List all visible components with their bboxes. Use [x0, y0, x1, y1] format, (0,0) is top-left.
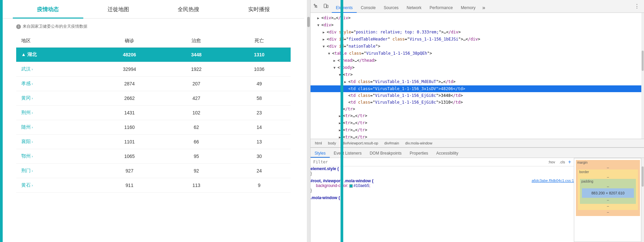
- styles-scrollbar[interactable]: [641, 158, 644, 242]
- confirmed-cell: 2874: [94, 77, 165, 91]
- table-row[interactable]: 孝感 ›287420749: [16, 77, 291, 91]
- table-row[interactable]: 荆门 ›9279224: [16, 164, 291, 178]
- dom-line[interactable]: <td class="VirusTable_1-1-156_3x1sDV">48…: [311, 85, 641, 92]
- devtools-menu-button[interactable]: ⋮: [632, 3, 642, 9]
- styles-tabs: Styles Event Listeners DOM Breakpoints P…: [311, 148, 644, 158]
- confirmed-cell: 48206: [94, 48, 165, 62]
- styles-tab-accessibility[interactable]: Accessibility: [432, 149, 462, 158]
- region-cell[interactable]: 黄冈 ›: [16, 91, 94, 106]
- dom-line[interactable]: <td class="VirusTable_1-1-156_MdE8uT">…<…: [311, 78, 641, 85]
- css-selector: element.style {: [311, 166, 574, 171]
- dom-line[interactable]: <thead>…</thead>: [311, 57, 641, 64]
- css-selector: .mola-window { </span></div><div class="…: [311, 195, 574, 200]
- dom-line[interactable]: </tr>: [311, 106, 641, 112]
- dom-line[interactable]: <tr>…</tr>: [311, 112, 641, 119]
- dom-scrollbar-thumb[interactable]: [642, 51, 644, 71]
- dom-line[interactable]: <div style="position: relative; top: 0.3…: [311, 29, 641, 36]
- breadcrumb-item[interactable]: body: [326, 140, 338, 146]
- add-style-button[interactable]: +: [568, 159, 571, 165]
- table-row[interactable]: ▲ 湖北4820634481310: [16, 48, 291, 62]
- region-cell[interactable]: 黄石 ›: [16, 178, 94, 193]
- breadcrumb-item[interactable]: div#main: [383, 140, 401, 146]
- device-icon[interactable]: [322, 2, 330, 10]
- dom-line[interactable]: <tr>…</tr>: [311, 134, 641, 139]
- cured-cell: 1922: [165, 62, 228, 77]
- table-row[interactable]: 武汉 ›3299419221036: [16, 62, 291, 77]
- padding-top: –: [607, 184, 609, 188]
- table-row[interactable]: 荆州 ›143110223: [16, 106, 291, 120]
- tab-sources[interactable]: Sources: [380, 3, 403, 13]
- cls-button[interactable]: .cls: [558, 159, 566, 165]
- dom-line[interactable]: <td class="VirusTable_1-1-156_EjGi8c">13…: [311, 99, 641, 106]
- table-row[interactable]: 襄阳 ›11016613: [16, 135, 291, 149]
- more-tabs-button[interactable]: »: [479, 3, 488, 13]
- region-cell[interactable]: ▲ 湖北: [16, 48, 94, 62]
- dom-section: <div>…</div><div><div style="position: r…: [311, 13, 644, 139]
- dom-line[interactable]: <tr>…</tr>: [311, 127, 641, 134]
- breadcrumb-item[interactable]: html: [313, 140, 324, 146]
- dom-line[interactable]: <td class="VirusTable_1-1-156_EjGi8c">34…: [311, 92, 641, 99]
- dom-line[interactable]: <div>…</div>: [311, 15, 641, 22]
- region-cell[interactable]: 孝感 ›: [16, 77, 94, 91]
- dead-cell: 13: [228, 135, 291, 149]
- dom-line[interactable]: <div>: [311, 22, 641, 29]
- filter-input[interactable]: [313, 160, 545, 164]
- styles-scrollbar-thumb[interactable]: [642, 166, 644, 187]
- padding-box: padding – 883.200 × 8207.610 –: [580, 179, 636, 204]
- inspect-icon[interactable]: [312, 2, 320, 10]
- region-cell[interactable]: 随州 ›: [16, 120, 94, 135]
- padding-label: padding: [581, 180, 593, 183]
- region-cell[interactable]: 荆州 ›: [16, 106, 94, 120]
- confirmed-cell: 911: [94, 178, 165, 193]
- border-label: border: [579, 170, 589, 174]
- cured-cell: 62: [165, 120, 228, 135]
- dom-line[interactable]: <div id="fixedTableHeader" class="Virus_…: [311, 36, 641, 43]
- dom-line[interactable]: <tbody>: [311, 64, 641, 71]
- region-cell[interactable]: 鄂州 ›: [16, 149, 94, 164]
- css-source[interactable]: a6dc3abe.f9db04c1.css:1: [532, 179, 574, 183]
- hov-button[interactable]: :hov: [547, 159, 556, 165]
- styles-tab-styles[interactable]: Styles: [311, 149, 330, 158]
- dead-cell: 30: [228, 149, 291, 164]
- dom-line[interactable]: <table class="VirusTable_1-1-156_38pQEh"…: [311, 50, 641, 57]
- nav-item-epidemics[interactable]: 疫情动态: [13, 0, 83, 19]
- scrollbar-thumb[interactable]: [307, 17, 310, 27]
- nav-item-search[interactable]: 全民热搜: [153, 0, 224, 19]
- styles-tab-dom-breakpoints[interactable]: DOM Breakpoints: [365, 149, 406, 158]
- cured-cell: 3448: [165, 48, 228, 62]
- page-scrollbar[interactable]: [307, 0, 310, 242]
- dom-line[interactable]: <tr>…</tr>: [311, 119, 641, 127]
- dom-scrollbar[interactable]: [641, 13, 644, 139]
- dead-cell: 24: [228, 164, 291, 178]
- dom-line[interactable]: <div id="nationTable">: [311, 43, 641, 50]
- breadcrumb-item[interactable]: div.mola-window: [404, 140, 434, 146]
- nav-item-broadcast[interactable]: 实时播报: [224, 0, 294, 19]
- region-cell[interactable]: 荆门 ›: [16, 164, 94, 178]
- tab-memory[interactable]: Memory: [457, 3, 479, 13]
- breadcrumb-item[interactable]: div#viewport.result-op: [341, 140, 380, 146]
- svg-rect-1: [327, 5, 328, 8]
- styles-tab-properties[interactable]: Properties: [406, 149, 432, 158]
- dom-tree[interactable]: <div>…</div><div><div style="position: r…: [311, 13, 641, 139]
- confirmed-cell: 1065: [94, 149, 165, 164]
- bottom-section: Styles Event Listeners DOM Breakpoints P…: [311, 147, 644, 242]
- dead-cell: 49: [228, 77, 291, 91]
- styles-tab-event-listeners[interactable]: Event Listeners: [330, 149, 366, 158]
- nav-item-migration[interactable]: 迁徙地图: [83, 0, 154, 19]
- tab-performance[interactable]: Performance: [426, 3, 457, 13]
- top-nav: 疫情动态 迁徙地图 全民热搜 实时播报: [3, 0, 304, 19]
- tab-console[interactable]: Console: [357, 3, 380, 13]
- table-row[interactable]: 黄石 ›9111139: [16, 178, 291, 193]
- table-row[interactable]: 黄冈 ›266242758: [16, 91, 291, 106]
- styles-left: :hov .cls + element.style {}#root, #view…: [311, 158, 574, 242]
- region-cell[interactable]: 襄阳 ›: [16, 135, 94, 149]
- cured-cell: 113: [165, 178, 228, 193]
- table-row[interactable]: 鄂州 ›10659530: [16, 149, 291, 164]
- tab-network[interactable]: Network: [403, 3, 426, 13]
- dom-line[interactable]: <tr>: [311, 71, 641, 78]
- table-row[interactable]: 随州 ›11606214: [16, 120, 291, 135]
- css-close: }: [311, 188, 574, 193]
- tab-elements[interactable]: Elements: [332, 3, 357, 13]
- region-cell[interactable]: 武汉 ›: [16, 62, 94, 77]
- border-box: border – padding – 883.200 × 8207.610: [578, 169, 638, 210]
